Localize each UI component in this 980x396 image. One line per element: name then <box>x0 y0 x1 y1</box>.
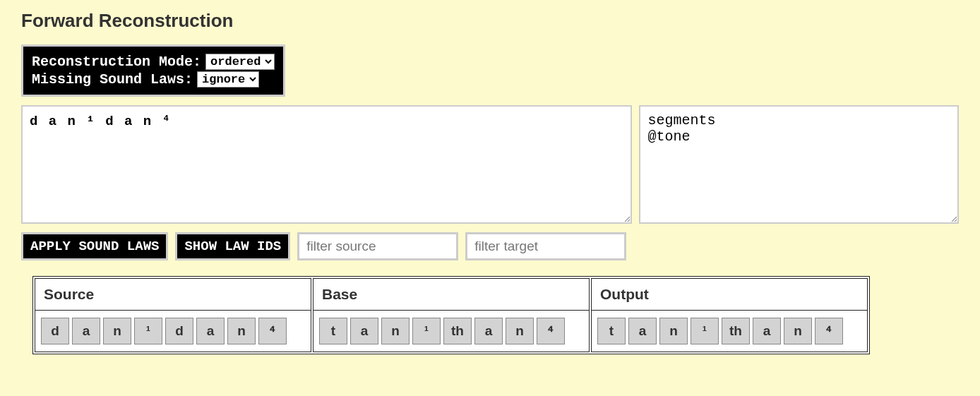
output-segment: n <box>784 318 812 344</box>
base-column: Base tan¹than⁴ <box>313 278 590 352</box>
source-segment: a <box>72 318 100 344</box>
source-segment: d <box>41 318 69 344</box>
output-segment: th <box>722 318 750 344</box>
base-segment: ⁴ <box>537 318 565 344</box>
base-segment: th <box>443 318 472 344</box>
show-law-ids-button[interactable]: SHOW LAW IDS <box>175 232 290 260</box>
base-header: Base <box>313 279 589 311</box>
output-segment: ⁴ <box>815 318 843 344</box>
tiers-textarea[interactable] <box>639 105 959 224</box>
source-segment: ¹ <box>134 318 162 344</box>
output-segment: t <box>597 318 626 344</box>
source-segment: d <box>165 318 193 344</box>
output-header: Output <box>592 279 867 311</box>
base-segment: n <box>506 318 534 344</box>
settings-panel: Reconstruction Mode: ordered Missing Sou… <box>21 44 285 97</box>
mode-label: Reconstruction Mode: <box>32 54 201 70</box>
apply-sound-laws-button[interactable]: APPLY SOUND LAWS <box>21 232 168 260</box>
page-title: Forward Reconstruction <box>21 10 959 32</box>
base-segment: t <box>319 318 347 344</box>
output-segment: n <box>659 318 688 344</box>
filter-source-input[interactable] <box>297 232 458 260</box>
output-segment: a <box>753 318 781 344</box>
base-segment: a <box>350 318 378 344</box>
source-segment: ⁴ <box>258 318 287 344</box>
source-segment: n <box>103 318 131 344</box>
missing-label: Missing Sound Laws: <box>32 71 193 88</box>
base-segment: a <box>474 318 503 344</box>
output-column: Output tan¹than⁴ <box>591 278 868 352</box>
results-table: Source dan¹dan⁴ Base tan¹than⁴ Output ta… <box>32 276 870 354</box>
missing-select[interactable]: ignore <box>197 71 259 88</box>
base-segment: n <box>381 318 410 344</box>
base-segment: ¹ <box>412 318 441 344</box>
output-segment: a <box>628 318 657 344</box>
source-column: Source dan¹dan⁴ <box>35 278 311 352</box>
output-segment: ¹ <box>691 318 719 344</box>
source-header: Source <box>35 279 311 311</box>
input-textarea[interactable] <box>21 105 632 224</box>
source-segment: n <box>227 318 256 344</box>
source-segment: a <box>196 318 225 344</box>
mode-select[interactable]: ordered <box>205 54 275 70</box>
filter-target-input[interactable] <box>465 232 626 260</box>
